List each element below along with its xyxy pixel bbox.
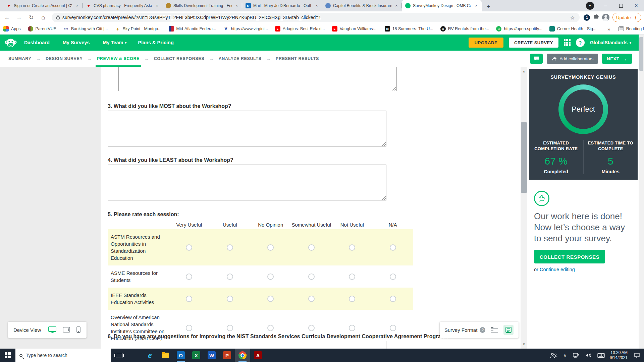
- step-design-survey[interactable]: DESIGN SURVEY: [31, 51, 83, 67]
- tab-close-icon[interactable]: [234, 3, 239, 8]
- scroll-down-icon[interactable]: [521, 341, 527, 348]
- back-icon[interactable]: [2, 12, 12, 22]
- radio-button[interactable]: [390, 274, 396, 280]
- close-button[interactable]: [629, 0, 644, 11]
- radio-button[interactable]: [390, 296, 396, 302]
- step-analyze-results[interactable]: ANALYZE RESULTS: [204, 51, 261, 67]
- tab-outlook-mail[interactable]: o Mail - Mary Jo DiBernardo - Outl: [242, 0, 322, 11]
- tab-close-icon[interactable]: [74, 3, 80, 8]
- q6-answer-textarea[interactable]: [108, 341, 386, 349]
- bookmark-virginia[interactable]: V https://www.virgini...: [223, 26, 268, 32]
- internet-explorer-icon[interactable]: e: [142, 349, 158, 362]
- outlook-icon[interactable]: O: [173, 349, 189, 362]
- bookmark-apps[interactable]: Apps: [3, 26, 21, 32]
- chrome-icon[interactable]: [235, 349, 250, 362]
- tab-close-icon[interactable]: [474, 3, 479, 8]
- chrome-update-button[interactable]: Update: [612, 13, 641, 22]
- radio-button[interactable]: [186, 296, 192, 302]
- hidden-icons-chevron[interactable]: [560, 349, 570, 362]
- nav-my-surveys[interactable]: My Surveys: [63, 40, 92, 45]
- taskbar-clock[interactable]: 10:20 AM 6/14/2021: [608, 350, 631, 360]
- classic-format-icon[interactable]: [490, 326, 499, 333]
- media-control-icon[interactable]: [582, 2, 598, 10]
- nav-dashboard[interactable]: Dashboard: [24, 40, 51, 45]
- help-icon[interactable]: [576, 38, 585, 47]
- step-preview-score[interactable]: PREVIEW & SCORE: [83, 51, 140, 67]
- tab-close-icon[interactable]: [314, 3, 319, 8]
- radio-button[interactable]: [349, 296, 355, 302]
- one-question-format-selected[interactable]: [503, 325, 514, 335]
- forward-icon[interactable]: [14, 12, 24, 22]
- taskbar-search-input[interactable]: Type here to search: [15, 349, 111, 362]
- next-button[interactable]: NEXT: [602, 54, 632, 64]
- app-grid-icon[interactable]: [564, 39, 571, 46]
- upgrade-button[interactable]: UPGRADE: [469, 38, 504, 48]
- new-tab-button[interactable]: [484, 2, 493, 11]
- bookmarks-overflow-icon[interactable]: [607, 26, 610, 32]
- excel-icon[interactable]: X: [189, 349, 204, 362]
- bookmark-parentvue[interactable]: ParentVUE: [28, 26, 57, 32]
- radio-button[interactable]: [227, 244, 233, 251]
- account-menu[interactable]: GlobalStandards ▾: [590, 40, 631, 45]
- radio-button[interactable]: [267, 325, 274, 331]
- bookmark-star-icon[interactable]: [569, 14, 576, 21]
- tab-cvs-pharmacy[interactable]: ♥ CVS pharmacy - Frequently Aske: [83, 0, 162, 11]
- radio-button[interactable]: [308, 274, 315, 280]
- bookmark-spotify[interactable]: ♫ https://open.spotify...: [496, 26, 542, 32]
- start-button[interactable]: [0, 349, 15, 362]
- scrollbar-thumb[interactable]: [521, 122, 527, 193]
- collect-responses-button[interactable]: COLLECT RESPONSES: [534, 250, 605, 263]
- tab-cvs-signin[interactable]: ♥ Sign in or Create an Account | CV: [3, 0, 83, 11]
- radio-button[interactable]: [186, 244, 192, 251]
- tab-surveymonkey[interactable]: SurveyMonkey Design : OMB Co: [402, 0, 482, 11]
- create-survey-button[interactable]: CREATE SURVEY: [509, 38, 558, 48]
- touch-keyboard-icon[interactable]: [594, 349, 608, 362]
- tab-close-icon[interactable]: [154, 3, 160, 8]
- volume-icon[interactable]: [582, 349, 594, 362]
- resize-grip-icon[interactable]: [392, 86, 396, 90]
- resize-grip-icon[interactable]: [381, 141, 386, 146]
- extensions-puzzle-icon[interactable]: [592, 13, 601, 22]
- url-text[interactable]: surveymonkey.com/create/preview/?sm=DGs8…: [62, 15, 569, 20]
- people-icon[interactable]: [547, 349, 560, 362]
- radio-button[interactable]: [227, 296, 233, 302]
- page-scrollbar[interactable]: [639, 35, 644, 349]
- acrobat-icon[interactable]: A: [250, 349, 266, 362]
- tab-skills-training[interactable]: Skills Development Training - Fed: [162, 0, 242, 11]
- resize-grip-icon[interactable]: [381, 195, 386, 200]
- q3-answer-textarea[interactable]: [108, 111, 386, 146]
- minimize-button[interactable]: [598, 0, 613, 11]
- bookmark-rvrentals[interactable]: O RV Rentals from the...: [440, 26, 489, 32]
- tablet-device-icon[interactable]: [62, 326, 70, 333]
- url-omnibox[interactable]: surveymonkey.com/create/preview/?sm=DGs8…: [52, 13, 580, 22]
- onepassword-extension-icon[interactable]: 1: [582, 13, 592, 22]
- radio-button[interactable]: [349, 244, 355, 251]
- radio-button[interactable]: [267, 244, 274, 251]
- step-summary[interactable]: SUMMARY: [8, 51, 31, 67]
- q2-answer-textarea[interactable]: [118, 67, 397, 91]
- surveymonkey-logo-icon[interactable]: [5, 37, 17, 49]
- radio-button[interactable]: [267, 274, 274, 280]
- file-explorer-icon[interactable]: [158, 349, 173, 362]
- radio-button[interactable]: [349, 274, 355, 280]
- network-icon[interactable]: [570, 349, 582, 362]
- radio-button[interactable]: [390, 325, 396, 331]
- step-present-results[interactable]: PRESENT RESULTS: [262, 51, 319, 67]
- radio-button[interactable]: [308, 325, 315, 331]
- help-tooltip-icon[interactable]: [480, 327, 485, 333]
- action-center-icon[interactable]: [631, 349, 644, 362]
- radio-button[interactable]: [227, 325, 233, 331]
- bookmark-citi[interactable]: citi Banking with Citi |...: [63, 26, 108, 32]
- nav-my-team[interactable]: My Team ▾: [103, 40, 126, 45]
- nav-plans-pricing[interactable]: Plans & Pricing: [138, 40, 175, 45]
- radio-button[interactable]: [267, 296, 274, 302]
- bookmark-cerner[interactable]: Cerner Health - Sig...: [549, 26, 596, 32]
- bookmark-vaughan[interactable]: ▶ Vaughan Williams:...: [332, 26, 378, 32]
- home-icon[interactable]: [38, 12, 48, 22]
- q4-answer-textarea[interactable]: [108, 165, 386, 200]
- radio-button[interactable]: [349, 325, 355, 331]
- survey-scrollbar[interactable]: [521, 67, 527, 349]
- page-scrollbar-thumb[interactable]: [639, 37, 643, 71]
- bookmark-18summers[interactable]: 18 18 Summers: The U...: [385, 26, 433, 32]
- continue-editing-link[interactable]: Continue editing: [540, 267, 575, 272]
